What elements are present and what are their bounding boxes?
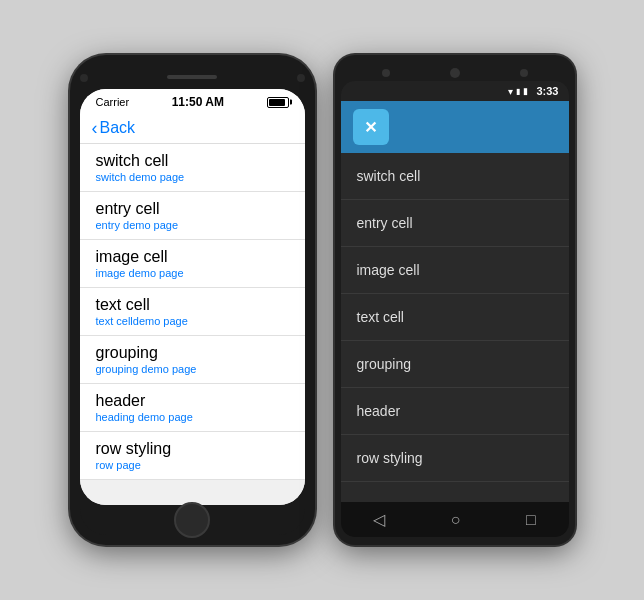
ios-item-title-6: row styling [96,440,289,458]
android-item-3: text cell [357,309,404,325]
list-item[interactable]: switch cell switch demo page [80,144,305,192]
ios-camera-bar [80,65,305,89]
ios-item-subtitle-0: switch demo page [96,171,289,183]
ios-status-bar: Carrier 11:50 AM [80,89,305,113]
ios-item-subtitle-3: text celldemo page [96,315,289,327]
ios-content: switch cell switch demo page entry cell … [80,144,305,505]
ios-camera [80,74,88,82]
list-item[interactable]: header [341,388,569,435]
ios-carrier: Carrier [96,96,130,108]
ios-home-button[interactable] [174,502,210,538]
ios-time: 11:50 AM [172,95,224,109]
list-item[interactable]: switch cell [341,153,569,200]
ios-item-title-3: text cell [96,296,289,314]
android-camera-2 [520,69,528,77]
android-camera [382,69,390,77]
android-camera-row [341,63,569,81]
android-app-logo: ✕ [353,109,389,145]
ios-back-chevron-icon: ‹ [92,119,98,137]
android-back-button[interactable]: ◁ [373,510,385,529]
ios-item-title-2: image cell [96,248,289,266]
android-signal-icon: ▮ [516,87,520,96]
ios-battery-icon [267,97,289,108]
list-item[interactable]: image cell [341,247,569,294]
android-item-5: header [357,403,401,419]
android-phone: ▾ ▮ ▮ 3:33 ✕ switch cell entry cell [335,55,575,545]
ios-back-button[interactable]: ‹ Back [92,119,136,137]
list-item[interactable]: header heading demo page [80,384,305,432]
ios-item-title-1: entry cell [96,200,289,218]
android-item-1: entry cell [357,215,413,231]
ios-item-subtitle-1: entry demo page [96,219,289,231]
list-item[interactable]: grouping grouping demo page [80,336,305,384]
ios-list-section: switch cell switch demo page entry cell … [80,144,305,480]
android-status-bar: ▾ ▮ ▮ 3:33 [341,81,569,101]
list-item[interactable]: text cell text celldemo page [80,288,305,336]
ios-item-subtitle-4: grouping demo page [96,363,289,375]
list-item[interactable]: row styling [341,435,569,482]
ios-item-title-0: switch cell [96,152,289,170]
list-item[interactable]: grouping [341,341,569,388]
android-nav-bar: ◁ ○ □ [341,502,569,537]
list-item[interactable]: text cell [341,294,569,341]
ios-camera-2 [297,74,305,82]
list-item[interactable]: image cell image demo page [80,240,305,288]
ios-item-subtitle-6: row page [96,459,289,471]
android-wifi-icon: ▾ [508,86,513,97]
android-status-icons: ▾ ▮ ▮ [508,86,528,97]
android-battery-icon: ▮ [523,86,528,96]
list-item[interactable]: entry cell entry demo page [80,192,305,240]
android-item-2: image cell [357,262,420,278]
ios-screen: Carrier 11:50 AM ‹ Back swi [80,89,305,505]
android-item-4: grouping [357,356,412,372]
android-item-0: switch cell [357,168,421,184]
android-time: 3:33 [536,85,558,97]
android-item-6: row styling [357,450,423,466]
ios-item-title-5: header [96,392,289,410]
android-content: switch cell entry cell image cell text c… [341,153,569,502]
ios-speaker [167,75,217,79]
list-item[interactable]: entry cell [341,200,569,247]
ios-item-subtitle-2: image demo page [96,267,289,279]
android-app-bar: ✕ [341,101,569,153]
ios-back-label: Back [100,119,136,137]
ios-item-subtitle-5: heading demo page [96,411,289,423]
android-screen: ▾ ▮ ▮ 3:33 ✕ switch cell entry cell [341,81,569,537]
devices-container: Carrier 11:50 AM ‹ Back swi [50,35,595,565]
android-recent-button[interactable]: □ [526,511,536,529]
ios-home-indicator [80,505,305,535]
android-camera-center [450,68,460,78]
ios-battery-fill [269,99,285,106]
ios-phone: Carrier 11:50 AM ‹ Back swi [70,55,315,545]
android-logo-text: ✕ [364,118,377,137]
ios-item-title-4: grouping [96,344,289,362]
ios-nav-bar: ‹ Back [80,113,305,144]
list-item[interactable]: row styling row page [80,432,305,480]
ios-status-right [267,97,289,108]
android-home-button[interactable]: ○ [451,511,461,529]
